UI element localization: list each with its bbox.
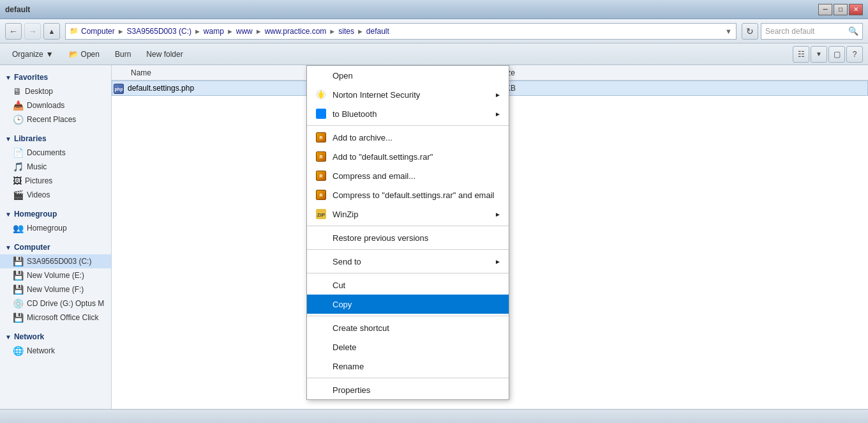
ctx-send-to-icon [315,255,327,268]
ctx-delete-icon [315,341,327,353]
desktop-label: Desktop [25,87,53,96]
sidebar-item-network[interactable]: 🌐 Network [0,344,111,358]
sidebar-network-header[interactable]: ▼ Network [0,330,111,344]
address-part-c[interactable]: S3A9565D003 (C:) [127,27,191,36]
help-button[interactable]: ? [846,46,863,63]
ctx-create-shortcut[interactable]: Create shortcut [307,318,509,337]
address-folder-icon: 📁 [70,27,79,35]
ctx-compress-rar-email[interactable]: R Compress to "default.settings.rar" and… [307,185,509,204]
ctx-rename[interactable]: Rename [307,357,509,376]
recent-places-label: Recent Places [27,115,76,124]
ctx-delete[interactable]: Delete [307,337,509,357]
sidebar-div-1 [0,127,111,132]
ctx-properties-icon [315,383,327,396]
sidebar-item-desktop[interactable]: 🖥 Desktop [0,84,111,98]
sidebar: ▼ Favorites 🖥 Desktop 📥 Downloads 🕒 Rece… [0,65,112,409]
ctx-open[interactable]: Open [307,66,509,85]
ctx-compress-email[interactable]: R Compress and email... [307,166,509,185]
refresh-button[interactable]: ↻ [742,23,758,40]
f-drive-icon: 💾 [13,284,24,295]
computer-arrow: ▼ [5,244,11,251]
sidebar-libraries-header[interactable]: ▼ Libraries [0,132,111,146]
organize-button[interactable]: Organize ▼ [5,46,61,63]
address-sep-2: ► [194,27,201,35]
open-label: Open [81,50,100,59]
favorites-label: Favorites [14,73,48,82]
sidebar-item-documents[interactable]: 📄 Documents [0,146,111,160]
documents-icon: 📄 [13,148,24,158]
address-part-default[interactable]: default [366,27,389,36]
address-bar[interactable]: 📁 Computer ► S3A9565D003 (C:) ► wamp ► w… [65,23,737,40]
open-icon: 📂 [69,50,79,59]
address-part-www[interactable]: www [236,27,253,36]
ctx-properties[interactable]: Properties [307,380,509,399]
maximize-button[interactable]: □ [834,4,848,15]
ctx-restore-label: Restore previous versions [333,233,501,243]
ctx-cut[interactable]: Cut [307,275,509,295]
status-bar [0,409,868,423]
sidebar-item-msoffice[interactable]: 💾 Microsoft Office Click [0,311,111,325]
burn-button[interactable]: Burn [108,46,138,63]
ctx-properties-label: Properties [333,385,501,395]
back-button[interactable]: ← [5,23,22,40]
ctx-copy-label: Copy [333,300,501,309]
ctx-send-to[interactable]: Send to ► [307,252,509,271]
ctx-add-rar[interactable]: R Add to "default.settings.rar" [307,147,509,166]
sidebar-div-2 [0,202,111,207]
ctx-bluetooth[interactable]: ⠀ to Bluetooth ► [307,104,509,123]
sidebar-item-pictures[interactable]: 🖼 Pictures [0,174,111,188]
file-icon: php [112,82,125,94]
sidebar-homegroup-header[interactable]: ▼ Homegroup [0,207,111,221]
ctx-add-archive-label: Add to archive... [333,133,501,142]
open-button[interactable]: 📂 Open [62,46,107,63]
sidebar-item-f-drive[interactable]: 💾 New Volume (F:) [0,282,111,296]
sidebar-item-homegroup[interactable]: 👥 Homegroup [0,221,111,235]
e-drive-icon: 💾 [13,270,24,281]
address-part-computer[interactable]: Computer [81,27,115,36]
norton-icon [315,88,327,101]
ctx-norton[interactable]: Norton Internet Security ► [307,85,509,104]
up-button[interactable]: ▲ [43,23,60,40]
close-button[interactable]: ✕ [849,4,863,15]
preview-button[interactable]: ▢ [828,46,845,63]
address-sep-5: ► [329,27,336,35]
ctx-restore[interactable]: Restore previous versions [307,228,509,247]
sidebar-item-recent-places[interactable]: 🕒 Recent Places [0,112,111,127]
ctx-winzip-icon: ZIP [315,208,327,220]
address-part-sites[interactable]: sites [338,27,354,36]
e-drive-label: New Volume (E:) [27,271,84,280]
address-part-wamp[interactable]: wamp [204,27,224,36]
ctx-sep-2 [307,226,509,226]
minimize-button[interactable]: ─ [818,4,832,15]
organize-arrow: ▼ [46,50,54,59]
col-header-name[interactable]: Name [112,68,303,77]
ctx-compress-email-label: Compress and email... [333,171,501,181]
ctx-cut-label: Cut [333,281,501,290]
sidebar-computer-header[interactable]: ▼ Computer [0,240,111,254]
sidebar-favorites-header[interactable]: ▼ Favorites [0,70,111,84]
network-item-label: Network [27,346,55,355]
address-sep-4: ► [255,27,262,35]
sidebar-item-videos[interactable]: 🎬 Videos [0,188,111,202]
ctx-norton-label: Norton Internet Security [333,90,490,100]
address-part-domain[interactable]: www.practice.com [265,27,327,36]
view-dropdown-button[interactable]: ▼ [811,46,827,63]
f-drive-label: New Volume (F:) [27,285,84,294]
address-dropdown-arrow[interactable]: ▼ [725,27,732,35]
downloads-label: Downloads [27,101,64,110]
sidebar-item-downloads[interactable]: 📥 Downloads [0,98,111,112]
ctx-winzip[interactable]: ZIP WinZip ► [307,204,509,224]
search-box[interactable]: Search default 🔍 [761,23,863,40]
sidebar-item-music[interactable]: 🎵 Music [0,160,111,174]
view-toggle-button[interactable]: ☷ [793,46,809,63]
ctx-add-rar-icon: R [315,150,327,163]
ctx-copy[interactable]: Copy [307,295,509,314]
forward-button[interactable]: → [24,23,41,40]
sidebar-item-e-drive[interactable]: 💾 New Volume (E:) [0,268,111,282]
sidebar-item-g-drive[interactable]: 💿 CD Drive (G:) Optus M [0,296,111,311]
new-folder-button[interactable]: New folder [139,46,190,63]
ctx-add-archive[interactable]: R Add to archive... [307,128,509,147]
ctx-copy-icon [315,298,327,311]
sidebar-item-c-drive[interactable]: 💾 S3A9565D003 (C:) [0,254,111,268]
network-icon: 🌐 [13,346,24,356]
